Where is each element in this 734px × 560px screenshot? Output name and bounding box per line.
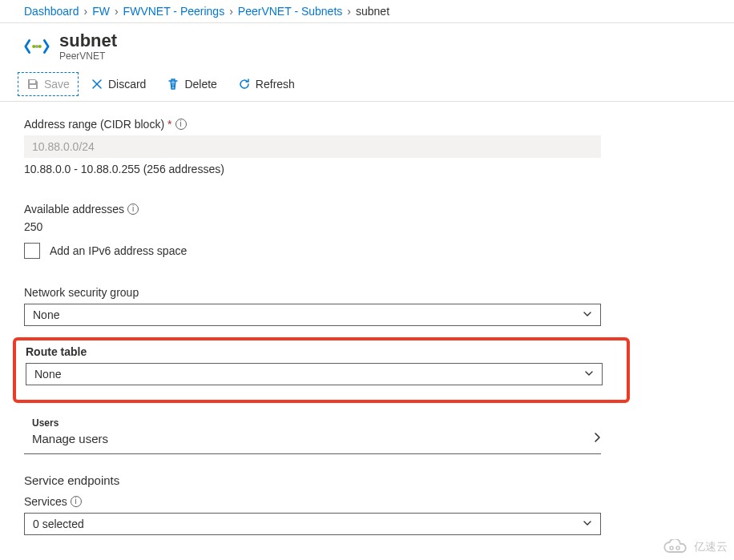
route-table-highlight: Route table None bbox=[13, 337, 630, 403]
route-table-label: Route table bbox=[26, 345, 617, 358]
address-range-hint: 10.88.0.0 - 10.88.0.255 (256 addresses) bbox=[24, 163, 601, 175]
breadcrumb: Dashboard › FW › FWVNET - Peerings › Pee… bbox=[0, 0, 734, 23]
available-addresses-label-text: Available addresses bbox=[24, 203, 124, 216]
nsg-dropdown[interactable]: None bbox=[24, 304, 601, 326]
route-table-dropdown[interactable]: None bbox=[26, 363, 603, 385]
route-table-label-text: Route table bbox=[26, 345, 87, 358]
svg-point-0 bbox=[32, 45, 35, 48]
subnet-resource-icon bbox=[24, 35, 50, 58]
save-button[interactable]: Save bbox=[18, 72, 79, 96]
breadcrumb-link-fwvnet-peerings[interactable]: FWVNET - Peerings bbox=[123, 5, 225, 18]
chevron-right-icon: › bbox=[84, 5, 88, 18]
services-label: Services i bbox=[24, 495, 601, 508]
svg-point-4 bbox=[676, 546, 680, 550]
page-header: subnet PeerVNET bbox=[0, 23, 734, 66]
manage-users-link[interactable]: Manage users bbox=[32, 429, 601, 445]
address-range-label: Address range (CIDR block) * i bbox=[24, 118, 601, 131]
nsg-label-text: Network security group bbox=[24, 286, 139, 299]
ipv6-checkbox[interactable] bbox=[24, 243, 40, 259]
service-endpoints-title: Service endpoints bbox=[24, 473, 601, 487]
breadcrumb-link-peervnet-subnets[interactable]: PeerVNET - Subnets bbox=[238, 5, 342, 18]
page-title: subnet bbox=[59, 31, 117, 50]
info-icon[interactable]: i bbox=[71, 496, 82, 507]
save-label: Save bbox=[44, 78, 70, 91]
save-icon bbox=[26, 78, 39, 91]
address-range-label-text: Address range (CIDR block) bbox=[24, 118, 164, 131]
chevron-down-icon bbox=[583, 518, 592, 530]
breadcrumb-current: subnet bbox=[356, 5, 389, 18]
services-value: 0 selected bbox=[33, 518, 84, 530]
page-subtitle: PeerVNET bbox=[59, 50, 117, 62]
delete-icon bbox=[167, 78, 179, 91]
chevron-right-icon bbox=[593, 432, 601, 445]
users-label: Users bbox=[32, 417, 601, 429]
svg-point-1 bbox=[35, 45, 38, 48]
route-table-value: None bbox=[34, 368, 61, 381]
cloud-icon bbox=[662, 539, 689, 555]
watermark: 亿速云 bbox=[662, 539, 728, 555]
breadcrumb-link-fw[interactable]: FW bbox=[92, 5, 110, 18]
refresh-button[interactable]: Refresh bbox=[229, 72, 304, 96]
nsg-value: None bbox=[33, 308, 59, 321]
refresh-icon bbox=[238, 78, 251, 91]
chevron-down-icon bbox=[583, 308, 592, 321]
services-label-text: Services bbox=[24, 495, 67, 508]
chevron-right-icon: › bbox=[347, 5, 351, 18]
watermark-text: 亿速云 bbox=[694, 540, 728, 554]
services-dropdown[interactable]: 0 selected bbox=[24, 513, 601, 535]
svg-point-2 bbox=[38, 45, 42, 48]
refresh-label: Refresh bbox=[256, 78, 295, 91]
delete-label: Delete bbox=[184, 78, 216, 91]
available-addresses-label: Available addresses i bbox=[24, 203, 601, 216]
discard-icon bbox=[91, 78, 103, 91]
discard-label: Discard bbox=[108, 78, 146, 91]
users-block: Users Manage users bbox=[24, 413, 601, 454]
form: Address range (CIDR block) * i 10.88.0.0… bbox=[0, 102, 625, 535]
chevron-down-icon bbox=[584, 368, 594, 381]
command-bar: Save Discard Delete Refresh bbox=[0, 66, 734, 102]
ipv6-checkbox-row[interactable]: Add an IPv6 address space bbox=[24, 243, 601, 259]
discard-button[interactable]: Discard bbox=[82, 72, 155, 96]
svg-point-3 bbox=[670, 546, 673, 550]
ipv6-checkbox-label: Add an IPv6 address space bbox=[50, 244, 187, 257]
manage-users-text: Manage users bbox=[32, 432, 108, 445]
address-range-input bbox=[24, 135, 601, 158]
required-asterisk: * bbox=[167, 118, 171, 131]
available-addresses-value: 250 bbox=[24, 220, 601, 233]
delete-button[interactable]: Delete bbox=[158, 72, 225, 96]
nsg-label: Network security group bbox=[24, 286, 601, 299]
chevron-right-icon: › bbox=[229, 5, 233, 18]
chevron-right-icon: › bbox=[115, 5, 119, 18]
info-icon[interactable]: i bbox=[175, 119, 187, 130]
info-icon[interactable]: i bbox=[127, 203, 139, 215]
breadcrumb-link-dashboard[interactable]: Dashboard bbox=[24, 5, 79, 18]
